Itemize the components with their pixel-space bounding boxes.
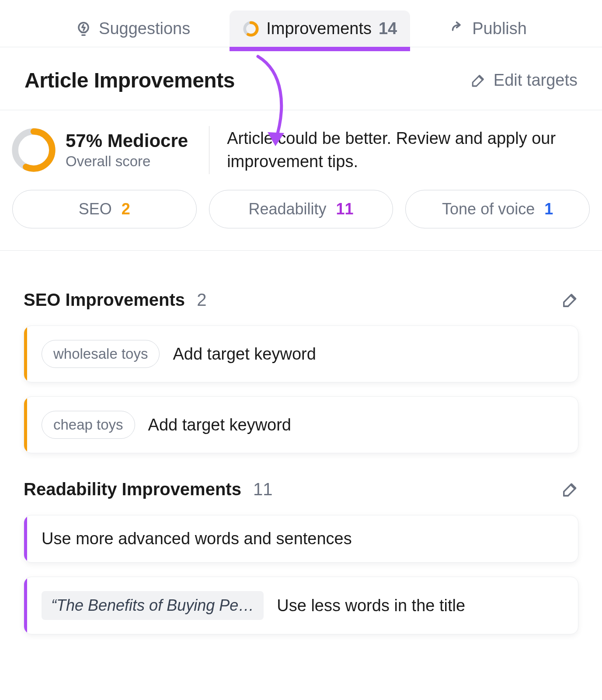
card-action-text: Use more advanced words and sentences [42,529,352,548]
edit-targets-label: Edit targets [494,71,578,90]
filter-seo-label: SEO [79,200,112,218]
tab-suggestions-label: Suggestions [99,19,190,38]
tab-suggestions[interactable]: Suggestions [62,10,203,47]
filter-pill-readability[interactable]: Readability 11 [209,190,393,228]
page-title: Article Improvements [24,68,235,92]
score-ring-icon [10,127,57,173]
top-tabs: Suggestions Improvements 14 Publish [0,0,602,47]
readability-card[interactable]: “The Benefits of Buying Pe… Use less wor… [24,577,578,634]
tab-improvements-label: Improvements [266,19,372,38]
seo-card[interactable]: wholesale toys Add target keyword [24,326,578,382]
filter-tone-label: Tone of voice [442,200,535,218]
tab-improvements-count: 14 [379,19,397,38]
page-header: Article Improvements Edit targets [0,47,602,110]
tab-improvements[interactable]: Improvements 14 [230,10,410,47]
score-block: 57% Mediocre Overall score [10,127,188,173]
share-arrow-icon [449,21,465,37]
section-seo-count: 2 [197,290,206,309]
divider [209,126,209,174]
filter-pill-row: SEO 2 Readability 11 Tone of voice 1 [0,190,602,251]
tab-publish-label: Publish [472,19,527,38]
edit-targets-button[interactable]: Edit targets [471,71,578,90]
filter-seo-count: 2 [122,200,130,218]
section-head-seo: SEO Improvements 2 [24,290,578,310]
progress-ring-icon [243,21,259,37]
title-snippet: “The Benefits of Buying Pe… [42,591,264,620]
section-readability-count: 11 [253,480,273,499]
score-description: Article could be better. Review and appl… [227,127,578,173]
card-action-text: Add target keyword [173,345,316,364]
card-action-text: Add target keyword [148,416,291,434]
filter-pill-seo[interactable]: SEO 2 [12,190,197,228]
score-row: 57% Mediocre Overall score Article could… [0,110,602,190]
score-subtitle: Overall score [66,153,188,170]
section-head-readability: Readability Improvements 11 [24,480,578,499]
edit-readability-button[interactable] [562,481,578,498]
filter-readability-label: Readability [248,200,326,218]
card-action-text: Use less words in the title [277,596,465,615]
pencil-icon [562,481,578,498]
filter-tone-count: 1 [544,200,553,218]
section-seo-title: SEO Improvements [24,290,185,309]
keyword-chip: wholesale toys [42,340,160,368]
filter-readability-count: 11 [336,200,354,218]
score-percent-label: 57% Mediocre [66,130,188,151]
pencil-icon [471,73,486,88]
pencil-icon [562,292,578,308]
filter-pill-tone[interactable]: Tone of voice 1 [405,190,590,228]
lightbulb-icon [75,21,92,37]
keyword-chip: cheap toys [42,411,135,439]
section-readability-title: Readability Improvements [24,480,241,499]
tab-publish[interactable]: Publish [436,10,540,47]
seo-card[interactable]: cheap toys Add target keyword [24,396,578,453]
edit-seo-button[interactable] [562,292,578,308]
readability-card[interactable]: Use more advanced words and sentences [24,515,578,563]
